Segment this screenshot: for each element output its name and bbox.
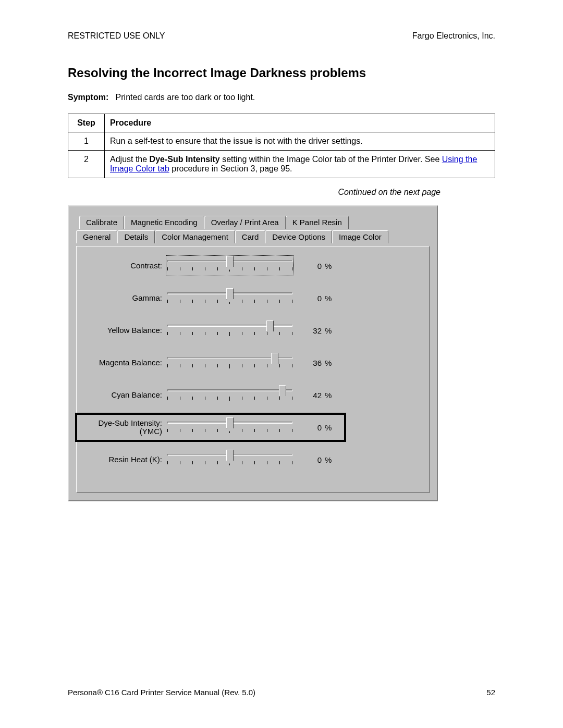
th-step: Step (68, 114, 105, 132)
slider[interactable] (167, 386, 292, 404)
slider-row: Contrast:0% (84, 257, 422, 275)
tab-calibrate[interactable]: Calibrate (79, 216, 124, 229)
footer-manual: Persona® C16 Card Printer Service Manual… (68, 688, 255, 697)
slider-row: Yellow Balance:32% (84, 322, 422, 339)
slider-thumb[interactable] (271, 353, 278, 364)
tab-general[interactable]: General (76, 230, 117, 243)
slider-label: Resin Heat (K): (84, 455, 167, 464)
slider-unit: % (322, 326, 332, 335)
header-company: Fargo Electronics, Inc. (412, 31, 495, 41)
symptom-text: Printed cards are too dark or too light. (116, 93, 255, 102)
symptom-line: Symptom: Printed cards are too dark or t… (68, 93, 495, 102)
slider-label: Gamma: (84, 294, 167, 303)
slider-value: 32 (292, 326, 322, 335)
slider-unit: % (322, 455, 332, 464)
driver-dialog-screenshot: Calibrate Magnetic Encoding Overlay / Pr… (68, 205, 438, 501)
slider-value: 0 (292, 294, 322, 303)
tab-magnetic-encoding[interactable]: Magnetic Encoding (124, 216, 204, 229)
slider-value: 0 (292, 455, 322, 464)
slider[interactable] (167, 257, 292, 275)
tab-k-panel-resin[interactable]: K Panel Resin (286, 216, 349, 229)
slider-thumb[interactable] (226, 256, 234, 267)
slider-unit: % (322, 294, 332, 303)
tab-card[interactable]: Card (235, 230, 266, 243)
page-title: Resolving the Incorrect Image Darkness p… (68, 66, 495, 80)
table-row: 1 Run a self-test to ensure that the iss… (68, 132, 495, 151)
slider-row: Dye-Sub Intensity:(YMC)0% (84, 418, 422, 436)
slider-unit: % (322, 359, 332, 367)
procedure-table: Step Procedure 1 Run a self-test to ensu… (68, 114, 495, 178)
slider[interactable] (167, 354, 292, 372)
slider-value: 0 (292, 262, 322, 270)
slider-thumb[interactable] (266, 320, 274, 332)
header-restricted: RESTRICTED USE ONLY (68, 31, 165, 41)
continued-note: Continued on the next page (68, 188, 440, 197)
slider-thumb[interactable] (279, 385, 286, 397)
step-text: Run a self-test to ensure that the issue… (105, 132, 495, 151)
slider-value: 36 (292, 359, 322, 367)
slider-value: 42 (292, 391, 322, 400)
page-number: 52 (486, 688, 495, 697)
step-number: 2 (68, 151, 105, 178)
slider-thumb[interactable] (226, 450, 234, 461)
tab-device-options[interactable]: Device Options (265, 230, 332, 243)
slider-row: Magenta Balance:36% (84, 354, 422, 372)
slider-unit: % (322, 423, 332, 432)
step-text: Adjust the Dye-Sub Intensity setting wit… (105, 151, 495, 178)
slider[interactable] (167, 451, 292, 468)
table-row: 2 Adjust the Dye-Sub Intensity setting w… (68, 151, 495, 178)
image-color-panel: Contrast:0%Gamma:0%Yellow Balance:32%Mag… (76, 246, 430, 493)
bold-term: Dye-Sub Intensity (150, 155, 220, 164)
slider-unit: % (322, 391, 332, 400)
slider-label: Contrast: (84, 262, 167, 270)
tab-overlay-print-area[interactable]: Overlay / Print Area (204, 216, 286, 229)
tab-details[interactable]: Details (117, 230, 155, 243)
slider-unit: % (322, 262, 332, 270)
symptom-label: Symptom: (68, 93, 108, 102)
slider[interactable] (167, 418, 292, 436)
registered-icon: ® (97, 688, 103, 697)
tab-image-color[interactable]: Image Color (332, 230, 388, 243)
slider-row: Resin Heat (K):0% (84, 451, 422, 468)
slider[interactable] (167, 322, 292, 339)
step-number: 1 (68, 132, 105, 151)
slider-value: 0 (292, 423, 322, 432)
slider-thumb[interactable] (226, 288, 234, 300)
tab-color-management[interactable]: Color Management (155, 230, 235, 243)
slider-row: Gamma:0% (84, 289, 422, 307)
slider-label: Magenta Balance: (84, 359, 167, 367)
slider-row: Cyan Balance:42% (84, 386, 422, 404)
slider-label: Dye-Sub Intensity:(YMC) (84, 419, 167, 436)
slider-label: Cyan Balance: (84, 391, 167, 400)
slider-label: Yellow Balance: (84, 326, 167, 335)
th-procedure: Procedure (105, 114, 495, 132)
slider[interactable] (167, 289, 292, 307)
slider-thumb[interactable] (226, 417, 234, 429)
